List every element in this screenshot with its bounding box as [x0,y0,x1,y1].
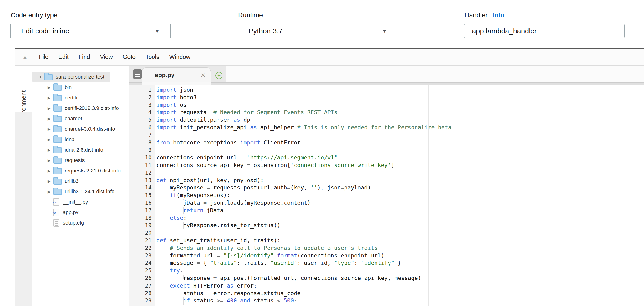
line-number[interactable]: 3 [129,101,155,109]
code-entry-type-select[interactable]: Edit code inline [10,24,171,38]
tree-row-bin[interactable]: bin [32,82,78,93]
line-number[interactable]: 24 [129,259,155,267]
code-line[interactable]: jData = json.loads(myResponse.content) [156,199,644,207]
runtime-select[interactable]: Python 3.7 [238,24,398,38]
code-line[interactable]: import json [156,86,644,94]
tree-row-idna[interactable]: idna [32,134,81,145]
chevron-right-icon[interactable] [48,116,53,121]
tree-row-urllib3-1-24-1-dist-info[interactable]: urllib3-1.24.1.dist-info [32,186,120,197]
chevron-down-icon[interactable] [38,75,44,79]
code-line[interactable]: except HTTPError as error: [156,282,644,290]
line-number[interactable]: 20 [129,229,155,237]
chevron-right-icon[interactable] [48,190,53,194]
tree-row-requests-2-21-0-dist-info[interactable]: requests-2.21.0.dist-info [32,166,127,176]
line-number[interactable]: 12 [129,169,155,177]
tree-row-certifi[interactable]: certifi [32,93,84,103]
tree-row-requests[interactable]: requests [32,155,91,166]
code-line[interactable]: import requests # Needed for Segment Eve… [156,109,644,116]
environment-sidebar-tab[interactable]: Environment [16,66,32,112]
line-number[interactable]: 28 [129,290,155,297]
code-line[interactable] [156,169,644,177]
code-text-area[interactable]: import jsonimport boto3import osimport r… [155,85,644,306]
tree-row-init-py[interactable]: __init__.py [32,197,94,207]
line-number[interactable]: 21 [129,237,155,244]
line-number[interactable]: 23 [129,252,155,260]
tree-row-idna-2-8-dist-info[interactable]: idna-2.8.dist-info [32,145,110,155]
line-number[interactable]: 26 [129,275,155,282]
line-number[interactable]: 27 [129,282,155,290]
code-line[interactable]: myResponse = requests.post(url,auth=(key… [156,184,644,192]
code-line[interactable]: import os [156,101,644,109]
line-number[interactable]: 1 [129,86,155,94]
code-line[interactable]: connections_endpoint_url = "https://api.… [156,154,644,162]
tree-row-chardet[interactable]: chardet [32,113,88,124]
new-tab-plus-icon[interactable] [216,72,222,79]
menu-item-goto[interactable]: Goto [118,53,140,60]
tree-row-app-py[interactable]: app.py [32,207,84,218]
chevron-right-icon[interactable] [48,127,53,131]
line-number[interactable]: 7 [129,131,155,139]
line-number[interactable]: 16 [129,199,155,207]
code-line[interactable]: return jData [156,207,644,214]
line-number[interactable]: 19 [129,222,155,229]
code-line[interactable]: # Sends an identify call to Personas to … [156,244,644,252]
chevron-right-icon[interactable] [48,148,53,152]
tab-app-py[interactable]: app.py [142,67,211,82]
chevron-right-icon[interactable] [48,96,53,100]
line-number[interactable]: 11 [129,162,155,169]
code-line[interactable]: from botocore.exceptions import ClientEr… [156,139,644,147]
code-line[interactable]: import boto3 [156,94,644,101]
code-line[interactable]: status = error.response.status_code [156,290,644,297]
code-line[interactable]: import dateutil.parser as dp [156,116,644,124]
tree-row-setup-cfg[interactable]: setup.cfg [32,218,90,228]
line-number[interactable]: 29 [129,297,155,305]
chevron-right-icon[interactable] [48,106,53,111]
line-number[interactable]: 13 [129,177,155,184]
code-line[interactable] [156,131,644,139]
tree-row-sara-personalize-test[interactable]: sara-personalize-test [32,72,110,82]
line-number[interactable]: 14 [129,184,155,192]
chevron-right-icon[interactable] [48,158,53,163]
line-number[interactable]: 22 [129,244,155,252]
menu-item-edit[interactable]: Edit [53,53,74,60]
code-line[interactable]: myResponse.raise_for_status() [156,222,644,229]
code-line[interactable]: try: [156,267,644,275]
line-number[interactable]: 18 [129,214,155,222]
code-line[interactable]: def set_user_traits(user_id, traits): [156,237,644,244]
chevron-right-icon[interactable] [48,169,53,173]
menu-item-window[interactable]: Window [164,53,195,60]
tree-row-urllib3[interactable]: urllib3 [32,176,85,186]
menu-item-find[interactable]: Find [74,53,95,60]
chevron-right-icon[interactable] [48,137,53,142]
handler-input[interactable]: app.lambda_handler [464,24,624,38]
line-number[interactable]: 17 [129,207,155,214]
menu-item-file[interactable]: File [34,53,53,60]
line-number[interactable]: 9 [129,146,155,154]
tree-row-chardet-3-0-4-dist-info[interactable]: chardet-3.0.4.dist-info [32,124,121,134]
code-line[interactable] [156,229,644,237]
code-line[interactable]: import init_personalize_api as api_helpe… [156,124,644,131]
tab-list-icon[interactable] [133,69,142,79]
close-icon[interactable] [201,71,206,79]
line-number[interactable]: 10 [129,154,155,162]
code-line[interactable] [156,146,644,154]
line-number[interactable]: 5 [129,116,155,124]
code-line[interactable]: if status >= 400 and status < 500: [156,297,644,305]
code-line[interactable]: if(myResponse.ok): [156,192,644,199]
handler-info-link[interactable]: Info [493,11,504,19]
code-line[interactable]: message = { "traits": traits, "userId": … [156,259,644,267]
line-number[interactable]: 15 [129,192,155,199]
code-line[interactable]: formatted_url = "{:s}/identify".format(c… [156,252,644,260]
line-number[interactable]: 8 [129,139,155,147]
menu-item-tools[interactable]: Tools [140,53,164,60]
line-number[interactable]: 25 [129,267,155,275]
line-number[interactable]: 2 [129,94,155,101]
line-number-gutter[interactable]: 1234567891011121314151617181920212223242… [129,85,155,306]
code-line[interactable]: def api_post(url, key, payload): [156,177,644,184]
tree-row-certifi-2019-3-9-dist-info[interactable]: certifi-2019.3.9.dist-info [32,103,125,113]
collapse-editor-icon[interactable] [22,54,29,60]
code-line[interactable]: connections_source_api_key = os.environ[… [156,162,644,169]
line-number[interactable]: 4 [129,109,155,116]
chevron-right-icon[interactable] [48,179,53,184]
line-number[interactable]: 6 [129,124,155,131]
